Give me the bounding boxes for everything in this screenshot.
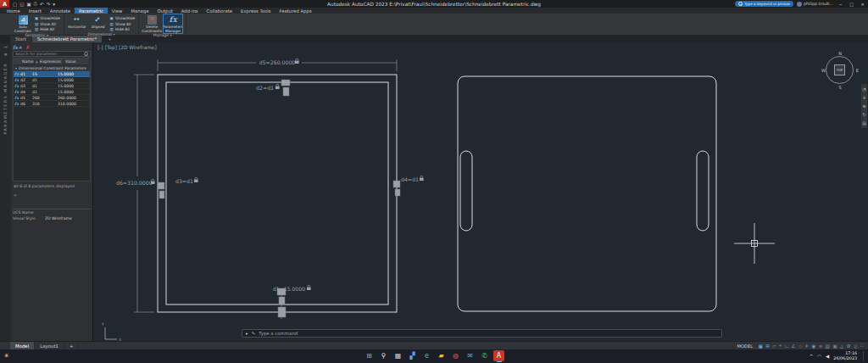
expression-column-header[interactable]: Expression	[39, 59, 64, 64]
dimensional-show-hide-button[interactable]: ▣Show/Hide	[110, 16, 136, 21]
manage-panel-caption[interactable]: Manage ▾	[139, 33, 186, 37]
drawing-canvas[interactable]: d5=260.0000 d6=310.0000 d2=d1 d3=d1 d4=d…	[93, 42, 868, 341]
auto-hide-icon[interactable]: ⊣	[3, 44, 7, 49]
geometric-show-hide-button[interactable]: ▣Show/Hide	[35, 16, 60, 21]
parameter-row[interactable]: fx d5 260 260.0000	[14, 95, 90, 101]
hidden-icons-chevron[interactable]: ^	[810, 354, 814, 359]
delete-constraints-button[interactable]: ✕ Delete Constraints	[142, 14, 161, 33]
show-desktop-button[interactable]	[863, 351, 865, 361]
name-column-header[interactable]: Name▴	[20, 59, 39, 64]
grip[interactable]	[278, 307, 286, 317]
ribbon-tab[interactable]: Manage	[126, 8, 153, 14]
parameter-group-row[interactable]: ▾ Dimensional Constraint Parameters	[14, 65, 90, 71]
parameter-row[interactable]: fx d3 d1 15.0000	[14, 83, 90, 89]
layout1-tab[interactable]: Layout1	[35, 342, 64, 349]
grip[interactable]	[283, 87, 289, 96]
value-column-header[interactable]: Value	[64, 59, 90, 64]
parameter-row[interactable]: fx d2 d1 15.0000	[14, 77, 90, 83]
viewport-menu-control[interactable]: [-]	[97, 45, 103, 50]
qat-dropdown-icon[interactable]: ▾	[53, 2, 55, 7]
taskbar-clock[interactable]: 17:16 26/06/2023	[833, 351, 857, 361]
grip[interactable]	[279, 297, 285, 304]
orbit-icon[interactable]: ↻	[862, 112, 865, 117]
collapse-grid-button[interactable]: «	[14, 192, 17, 198]
command-line[interactable]: ▸ ✎ Type a command	[242, 329, 722, 338]
search-input[interactable]: Type a keyword or phrase	[735, 1, 793, 7]
geometric-panel-caption[interactable]: Geometric ▾	[10, 33, 64, 37]
model-space-label[interactable]: MODEL	[737, 343, 753, 349]
model-space[interactable]: [-] [Top] [2D Wireframe]	[93, 42, 868, 341]
collapse-group-icon[interactable]: ▾	[15, 66, 17, 70]
command-input[interactable]: Type a command	[259, 331, 298, 336]
customize-command-line-icon[interactable]: ✎	[252, 331, 256, 336]
new-layout-button[interactable]: +	[64, 342, 80, 349]
viewcube[interactable]: N S W E TOP	[821, 51, 860, 90]
polar-tracking-icon[interactable]: ∠	[792, 343, 796, 349]
grip[interactable]	[395, 189, 400, 196]
parameter-row[interactable]: fx d6 310 310.0000	[14, 101, 90, 107]
infer-constraints-icon[interactable]: ▱	[772, 343, 776, 349]
network-icon[interactable]: ◠	[817, 354, 821, 359]
grip[interactable]	[281, 80, 290, 86]
redo-icon[interactable]: ↷	[47, 2, 51, 7]
grips[interactable]	[158, 80, 400, 317]
dimensional-show-all-button[interactable]: ▤Show All	[110, 22, 136, 27]
clean-screen-icon[interactable]: ⛶	[860, 343, 864, 349]
cutting-board-outline[interactable]	[458, 76, 716, 311]
object-snap-tracking-icon[interactable]: ✛	[805, 343, 810, 349]
grip[interactable]	[158, 182, 164, 189]
minimize-button[interactable]: ─	[837, 2, 844, 7]
inner-rectangle[interactable]	[166, 82, 388, 304]
plot-icon[interactable]: ⎙	[34, 1, 37, 7]
save-icon[interactable]: ▣	[26, 2, 31, 7]
annotation-monitor-icon[interactable]: ◎	[854, 343, 858, 349]
grid-display-icon[interactable]: ▦	[759, 343, 763, 349]
start-button[interactable]: ⊞	[364, 350, 375, 361]
close-button[interactable]: ✕	[859, 2, 866, 7]
auto-constrain-button[interactable]: ⊿ Auto Constrain	[14, 14, 32, 33]
zoom-icon[interactable]: ⊕	[862, 103, 865, 109]
palette-menu-icon[interactable]: ≡	[3, 52, 7, 57]
undo-icon[interactable]: ↶	[40, 2, 44, 7]
aligned-constraint-button[interactable]: ↔ Aligned	[89, 14, 108, 32]
autocad-logo[interactable]: A	[0, 0, 9, 8]
autocad-taskbar-button[interactable]: A	[493, 350, 504, 361]
new-drawing-icon[interactable]: ▢	[13, 2, 17, 7]
recent-commands-icon[interactable]: ▸	[246, 331, 248, 336]
grip[interactable]	[159, 191, 164, 198]
dim-constraint-d4[interactable]: d4=d1	[401, 176, 419, 182]
outer-rectangle[interactable]	[158, 75, 397, 312]
ribbon-tab[interactable]: Home	[3, 8, 25, 14]
delete-parameter-button[interactable]: ✗	[25, 44, 30, 50]
ribbon-tab[interactable]: Annotate	[46, 8, 75, 14]
horizontal-constraint-button[interactable]: ↔ Horizontal	[68, 14, 86, 32]
workspace-switching-icon[interactable]: ⚙	[847, 343, 851, 349]
left-handle-slot[interactable]	[460, 151, 472, 231]
palette-titlebar[interactable]: ⊣ ≡ PARAMETERS MANAGER	[0, 42, 11, 341]
ribbon-tab[interactable]: View	[108, 8, 127, 14]
ribbon-tab[interactable]: Parametric	[75, 8, 108, 14]
object-snap-icon[interactable]: ◉	[812, 343, 816, 349]
dynamic-input-icon[interactable]: ⌖	[779, 343, 782, 349]
new-drawing-tab-button[interactable]: +	[103, 36, 116, 42]
volume-icon[interactable]: ◀	[826, 354, 829, 359]
parameter-row[interactable]: fx d4 d1 15.0000	[14, 89, 90, 95]
viewcube-south[interactable]: S	[838, 85, 841, 90]
task-view-button[interactable]: ▦	[392, 350, 403, 361]
geometric-show-all-button[interactable]: ▤Show All	[35, 22, 60, 27]
browser-button[interactable]: ◍	[450, 350, 461, 361]
viewcube-north[interactable]: N	[838, 51, 842, 56]
visual-style-control[interactable]: [2D Wireframe]	[119, 45, 157, 50]
navigation-wheel-icon[interactable]: ◔	[862, 87, 865, 92]
dim-constraint-d6[interactable]: d6=310.0000	[116, 180, 153, 186]
dim-constraint-d1[interactable]: d1=15.0000	[273, 286, 306, 292]
ribbon-tab[interactable]: Insert	[25, 8, 46, 14]
dim-constraint-d2[interactable]: d2=d1	[256, 85, 274, 91]
weather-widget-icon[interactable]: ☀	[3, 352, 9, 360]
new-parameter-button[interactable]: fx+	[13, 44, 22, 50]
mail-button[interactable]: ✉	[465, 350, 476, 361]
visual-style-row[interactable]: Visual Style2D Wireframe	[13, 215, 91, 221]
ribbon-tab[interactable]: Output	[153, 8, 176, 14]
maximize-button[interactable]: □	[848, 2, 855, 7]
dim-constraint-d3[interactable]: d3=d1	[175, 178, 193, 184]
